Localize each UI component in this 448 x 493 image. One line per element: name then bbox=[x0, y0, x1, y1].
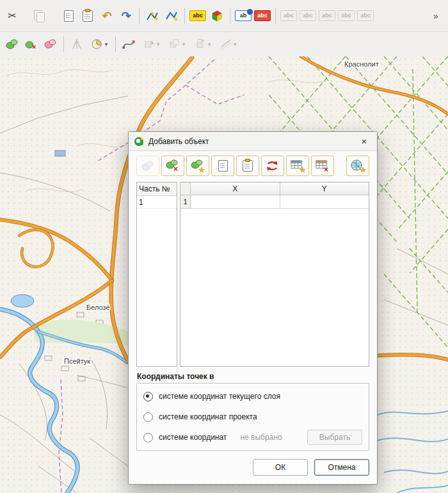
project-crs-label: системе координат проекта bbox=[159, 412, 257, 421]
copy-coordinates-icon[interactable] bbox=[211, 156, 234, 176]
layer-styling-icon[interactable] bbox=[207, 6, 227, 26]
svg-text:×: × bbox=[32, 43, 36, 51]
dialog-buttons: ОК Отмена bbox=[129, 451, 377, 484]
move-label-icon[interactable]: abc bbox=[298, 6, 317, 26]
change-label-icon[interactable]: abc bbox=[337, 6, 356, 26]
cancel-button[interactable]: Отмена bbox=[314, 459, 369, 476]
part-list: Часть № 1 bbox=[136, 182, 177, 367]
reshape-features-icon[interactable] bbox=[119, 35, 138, 54]
radio-row-layer-crs: системе координат текущего слоя bbox=[143, 389, 362, 403]
svg-text:★: ★ bbox=[300, 166, 305, 173]
offset-curve-icon[interactable]: ▾ bbox=[215, 35, 241, 54]
choose-crs-button[interactable]: Выбрать bbox=[307, 430, 362, 445]
dialog-main: Часть № 1 X Y 1 bbox=[129, 179, 377, 367]
split-features-icon[interactable] bbox=[67, 35, 86, 54]
show-hidden-labels-icon[interactable]: abc bbox=[279, 6, 298, 26]
layer-labeling-icon[interactable]: abc bbox=[188, 6, 207, 26]
y-cell[interactable] bbox=[280, 195, 369, 209]
top-toolbars: ✂ ↶ ↷ ★★ ★ abc ab abc abc abc bbox=[0, 0, 448, 57]
svg-text:★: ★ bbox=[360, 166, 365, 173]
delete-part-icon[interactable]: × bbox=[161, 156, 184, 176]
toolbar-overflow-icon[interactable]: » bbox=[426, 6, 445, 26]
svg-text:★: ★ bbox=[173, 16, 179, 22]
custom-crs-value: не выбрано bbox=[240, 433, 282, 442]
rotate-feature-icon[interactable]: ▾ bbox=[189, 35, 215, 54]
svg-text:×: × bbox=[173, 165, 178, 173]
toolbar-row-advanced-digitizing: × ▾ ▾ ▾ ▾ ▾ bbox=[0, 32, 448, 56]
layer-crs-label: системе координат текущего слоя bbox=[159, 392, 280, 401]
dialog-titlebar[interactable]: Добавить объект × bbox=[129, 132, 377, 151]
insert-row-icon[interactable]: ★ bbox=[286, 156, 309, 176]
vertex-tool-current-layer-icon[interactable]: ★ bbox=[162, 6, 181, 26]
copy-move-feature-icon[interactable]: ▾ bbox=[164, 35, 189, 54]
move-feature-icon[interactable]: ▾ bbox=[138, 35, 164, 54]
custom-crs-radio[interactable] bbox=[143, 433, 153, 442]
dialog-title: Добавить объект bbox=[148, 137, 352, 146]
paste-coordinates-icon[interactable] bbox=[236, 156, 259, 176]
add-part-icon[interactable]: ★ bbox=[186, 156, 209, 176]
paste-features-icon[interactable] bbox=[59, 6, 78, 26]
delete-row-icon[interactable]: × bbox=[311, 156, 334, 176]
part-list-header: Часть № bbox=[137, 182, 177, 196]
table-corner bbox=[180, 182, 191, 195]
cut-features-icon[interactable]: ✂ bbox=[3, 6, 22, 26]
delete-ring-icon[interactable]: × bbox=[22, 35, 41, 54]
custom-crs-label: системе координат bbox=[159, 433, 227, 442]
column-header-y[interactable]: Y bbox=[280, 182, 369, 195]
copy-features-icon[interactable] bbox=[29, 6, 49, 26]
dialog-toolbar: × ★ ★ × ★ bbox=[129, 151, 377, 179]
fill-ring-icon[interactable] bbox=[41, 35, 60, 54]
table-empty-area bbox=[180, 209, 369, 366]
select-part-icon[interactable] bbox=[136, 156, 159, 176]
highlight-pinned-labels-icon[interactable]: abc bbox=[253, 6, 272, 26]
project-crs-radio[interactable] bbox=[143, 412, 153, 422]
column-header-x[interactable]: X bbox=[191, 182, 280, 195]
toolbar-row-digitizing: ✂ ↶ ↷ ★★ ★ abc ab abc abc abc bbox=[0, 0, 448, 32]
svg-text:×: × bbox=[324, 165, 328, 173]
coordinates-table: X Y 1 bbox=[180, 182, 369, 367]
move-diagram-icon[interactable]: abc bbox=[356, 6, 375, 26]
pin-labels-icon[interactable]: ab bbox=[234, 6, 253, 26]
swap-xy-icon[interactable] bbox=[261, 156, 284, 176]
coords-groupbox: системе координат текущего слоя системе … bbox=[136, 383, 369, 451]
map-label-pseytuk: Псейтук bbox=[64, 357, 90, 365]
coordinates-table-header: X Y bbox=[180, 182, 369, 195]
map-label-belozyo: Белозё bbox=[86, 303, 110, 311]
qgis-logo-icon bbox=[134, 136, 144, 147]
add-ring-icon[interactable] bbox=[3, 35, 22, 54]
ok-button[interactable]: ОК bbox=[253, 459, 308, 476]
row-header[interactable]: 1 bbox=[180, 195, 191, 209]
crs-selector-icon[interactable]: ★ bbox=[346, 156, 369, 176]
x-cell[interactable] bbox=[191, 195, 280, 209]
radio-row-project-crs: системе координат проекта bbox=[143, 410, 362, 424]
layer-crs-radio[interactable] bbox=[143, 392, 153, 401]
redo-icon[interactable]: ↷ bbox=[116, 6, 136, 26]
part-list-item[interactable]: 1 bbox=[137, 196, 177, 209]
circular-string-tool-icon[interactable]: ▾ bbox=[86, 35, 112, 54]
svg-text:★: ★ bbox=[198, 166, 205, 173]
coords-group-title: Координаты точек в bbox=[137, 372, 369, 381]
add-feature-dialog: Добавить объект × × ★ ★ × bbox=[128, 131, 378, 485]
table-row: 1 bbox=[180, 195, 369, 209]
svg-text:★: ★ bbox=[154, 15, 159, 22]
close-icon[interactable]: × bbox=[356, 134, 372, 149]
vertex-tool-all-layers-icon[interactable]: ★★ bbox=[143, 6, 162, 26]
radio-row-custom-crs: системе координат не выбрано Выбрать bbox=[143, 430, 362, 444]
map-label-krasnolit: Краснолит bbox=[344, 60, 379, 68]
rotate-label-icon[interactable]: abc bbox=[317, 6, 337, 26]
paste-as-new-icon[interactable] bbox=[78, 6, 97, 26]
undo-icon[interactable]: ↶ bbox=[97, 6, 116, 26]
